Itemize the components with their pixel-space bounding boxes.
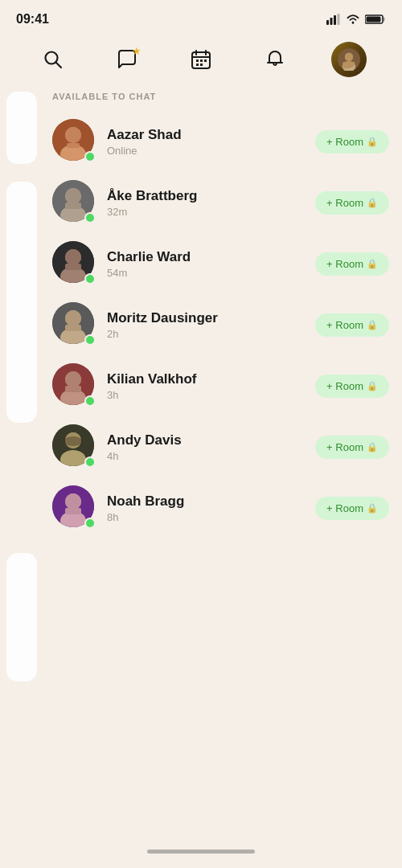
avatar-wrapper [52, 302, 97, 347]
contact-row[interactable]: Aazar Shad Online + Room 🔒 [52, 111, 402, 172]
contact-row[interactable]: Charlie Ward 54m + Room 🔒 [52, 233, 402, 294]
contact-info: Andy Davis 4h [107, 432, 315, 462]
room-btn-label: + Room [326, 197, 363, 209]
nav-bar: ★ [0, 35, 402, 84]
avatar-wrapper [52, 180, 97, 225]
svg-line-9 [56, 63, 62, 68]
lock-icon: 🔒 [367, 320, 378, 330]
svg-rect-57 [65, 508, 81, 514]
status-time: 09:41 [16, 12, 49, 27]
contact-info: Kilian Valkhof 3h [107, 371, 315, 401]
contact-time: 2h [107, 328, 315, 340]
calendar-icon [190, 48, 212, 71]
chat-list-section: AVAILABLE TO CHAT [44, 84, 402, 690]
svg-point-22 [345, 53, 353, 61]
room-button[interactable]: + Room 🔒 [315, 252, 389, 276]
svg-rect-1 [330, 18, 333, 25]
online-indicator [84, 273, 96, 285]
contact-list: Aazar Shad Online + Room 🔒 [52, 111, 402, 538]
contact-name: Noah Bragg [107, 493, 315, 510]
avatar-wrapper [52, 241, 97, 286]
contact-name: Charlie Ward [107, 249, 315, 265]
contact-name: Kilian Valkhof [107, 371, 315, 387]
room-btn-label: + Room [326, 502, 363, 514]
contact-time: 32m [107, 206, 315, 218]
online-indicator [84, 151, 96, 162]
room-button[interactable]: + Room 🔒 [315, 130, 389, 154]
svg-point-31 [65, 188, 81, 204]
lock-icon: 🔒 [367, 137, 378, 147]
online-indicator [84, 334, 96, 346]
svg-rect-37 [65, 264, 81, 270]
svg-rect-18 [200, 63, 203, 66]
sidebar-card-2 [6, 182, 37, 423]
bottom-bar [0, 841, 402, 868]
svg-rect-6 [383, 18, 385, 22]
svg-point-46 [65, 371, 81, 387]
profile-avatar [331, 42, 367, 77]
contact-name: Andy Davis [107, 432, 315, 448]
lock-icon: 🔒 [367, 442, 378, 452]
contact-row[interactable]: Åke Brattberg 32m + Room 🔒 [52, 172, 402, 233]
contact-info: Noah Bragg 8h [107, 493, 315, 523]
room-btn-label: + Room [326, 136, 363, 148]
notifications-button[interactable] [257, 42, 293, 77]
calendar-button[interactable] [183, 42, 219, 77]
bell-icon [264, 48, 286, 71]
profile-button[interactable] [331, 42, 367, 77]
signal-icon [326, 14, 341, 25]
svg-rect-16 [204, 59, 207, 62]
avatar-wrapper [52, 119, 97, 164]
search-icon [42, 48, 64, 71]
main-content: AVAILABLE TO CHAT [0, 84, 402, 690]
wifi-icon [346, 14, 360, 25]
home-indicator [147, 850, 255, 854]
svg-point-26 [65, 127, 81, 143]
svg-rect-3 [338, 14, 340, 25]
contact-row[interactable]: Andy Davis 4h + Room 🔒 [52, 416, 402, 477]
contact-name: Aazar Shad [107, 127, 315, 143]
svg-rect-47 [65, 386, 81, 392]
sidebar-card-1 [6, 92, 37, 164]
svg-rect-42 [65, 325, 81, 331]
contact-time: 54m [107, 267, 315, 279]
room-btn-label: + Room [326, 380, 363, 392]
contact-info: Aazar Shad Online [107, 127, 315, 157]
online-indicator [84, 518, 96, 529]
svg-point-56 [65, 493, 81, 510]
room-button[interactable]: + Room 🔒 [315, 497, 389, 520]
avatar-wrapper [52, 363, 97, 408]
avatar-wrapper [52, 485, 97, 530]
svg-point-52 [64, 436, 83, 446]
lock-icon: 🔒 [367, 503, 378, 514]
svg-point-41 [65, 310, 81, 326]
room-button[interactable]: + Room 🔒 [315, 436, 389, 459]
avatar-wrapper [52, 424, 97, 469]
room-btn-label: + Room [326, 258, 363, 270]
svg-rect-17 [196, 63, 199, 66]
online-indicator [84, 212, 96, 223]
battery-icon [365, 14, 386, 25]
contact-row[interactable]: Noah Bragg 8h + Room 🔒 [52, 477, 402, 538]
section-label: AVAILABLE TO CHAT [52, 84, 402, 111]
room-button[interactable]: + Room 🔒 [315, 191, 389, 215]
svg-point-36 [65, 249, 81, 265]
online-indicator [84, 457, 96, 468]
svg-rect-7 [367, 17, 381, 23]
status-icons [326, 14, 386, 25]
svg-point-4 [352, 22, 355, 24]
room-btn-label: + Room [326, 441, 363, 453]
contact-info: Moritz Dausinger 2h [107, 310, 315, 340]
messages-button[interactable]: ★ [109, 42, 145, 77]
contact-row[interactable]: Kilian Valkhof 3h + Room 🔒 [52, 355, 402, 416]
lock-icon: 🔒 [367, 381, 378, 391]
online-indicator [84, 395, 96, 407]
contact-row[interactable]: Moritz Dausinger 2h + Room 🔒 [52, 294, 402, 355]
search-button[interactable] [35, 42, 71, 77]
svg-rect-14 [196, 59, 199, 62]
lock-icon: 🔒 [367, 198, 378, 208]
room-button[interactable]: + Room 🔒 [315, 375, 389, 398]
svg-rect-27 [67, 143, 80, 148]
room-button[interactable]: + Room 🔒 [315, 313, 389, 337]
contact-name: Moritz Dausinger [107, 310, 315, 326]
